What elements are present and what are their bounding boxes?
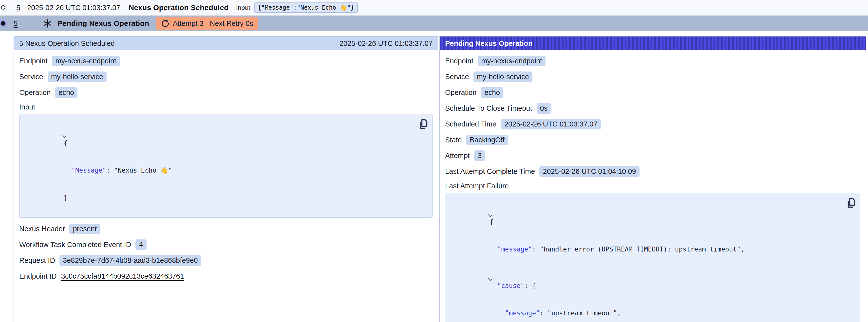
field-label: Endpoint ID [19, 272, 57, 280]
collapse-caret-icon[interactable] [449, 202, 454, 206]
collapse-caret-icon[interactable] [449, 266, 454, 270]
event-detail-card: 5 Nexus Operation Scheduled 2025-02-26 U… [13, 36, 438, 322]
json-line: } [20, 184, 412, 212]
event-id-link[interactable]: 5 [16, 4, 20, 12]
field-endpoint: Endpoint my-nexus-endpoint [445, 56, 860, 66]
json-line: "Message": "Nexus Echo 👋" [20, 157, 412, 184]
event-title: Nexus Operation Scheduled [128, 3, 228, 12]
collapse-caret-icon[interactable] [23, 123, 28, 127]
json-line: { [20, 120, 412, 157]
field-operation: Operation echo [19, 87, 433, 98]
field-request-id: Request ID 3e829b7e-7d67-4b08-aad3-b1e86… [19, 255, 433, 266]
event-input-label: Input [236, 4, 250, 11]
field-value-badge: present [69, 224, 100, 234]
field-value-badge: 2025-02-26 UTC 01:03:37.07 [501, 119, 601, 129]
field-value-badge: echo [481, 87, 503, 98]
field-value-badge: 2025-02-26 UTC 01:04:10.09 [539, 166, 639, 177]
field-nexus-header: Nexus Header present [19, 224, 433, 234]
copy-icon[interactable] [417, 118, 428, 130]
json-line: "cause": { [445, 263, 840, 299]
timeline-open-circle-icon [1, 5, 5, 10]
field-label: Operation [445, 89, 476, 97]
endpoint-id-link[interactable]: 3c0c75ccfa8144b092c13ce632463761 [61, 272, 184, 280]
json-line: "message": "upstream timeout", [445, 299, 840, 322]
field-scheduled-time: Scheduled Time 2025-02-26 UTC 01:03:37.0… [445, 119, 860, 129]
field-label: Request ID [19, 256, 55, 264]
field-schedule-to-close-timeout: Schedule To Close Timeout 0s [445, 103, 860, 114]
field-value-badge: BackingOff [466, 135, 508, 145]
input-section-label: Input [19, 103, 433, 111]
field-label: Service [445, 73, 469, 81]
input-json-block: { "Message": "Nexus Echo 👋" } [19, 114, 433, 218]
field-value-badge: my-nexus-endpoint [52, 56, 120, 66]
event-detail-header: 5 Nexus Operation Scheduled 2025-02-26 U… [14, 36, 438, 50]
pending-operation-card: Pending Nexus Operation Endpoint my-nexu… [439, 36, 866, 322]
field-label: Workflow Task Completed Event ID [19, 240, 131, 249]
copy-icon[interactable] [845, 197, 856, 208]
field-label: Schedule To Close Timeout [445, 104, 532, 112]
retry-badge-text: Attempt 3 · Next Retry 0s [173, 20, 253, 28]
field-attempt: Attempt 3 [445, 151, 860, 161]
failure-section-label: Last Attempt Failure [445, 182, 860, 190]
field-label: Last Attempt Complete Time [445, 167, 535, 175]
pending-operation-header: Pending Nexus Operation [440, 36, 866, 50]
field-value-badge: my-hello-service [473, 71, 532, 82]
event-input-preview-chip[interactable]: {"Message":"Nexus Echo 👋"} [254, 2, 358, 13]
event-detail-header-timestamp: 2025-02-26 UTC 01:03:37.07 [340, 39, 433, 47]
retry-icon [161, 19, 169, 28]
field-operation: Operation echo [445, 87, 860, 98]
pending-operation-header-title: Pending Nexus Operation [445, 39, 533, 47]
field-workflow-task-completed-event-id: Workflow Task Completed Event ID 4 [19, 239, 433, 250]
field-value-badge: 0s [537, 103, 551, 114]
field-last-attempt-complete-time: Last Attempt Complete Time 2025-02-26 UT… [445, 166, 860, 177]
field-value-badge: my-hello-service [48, 71, 106, 82]
field-endpoint-id: Endpoint ID 3c0c75ccfa8144b092c13ce63246… [19, 271, 433, 282]
field-endpoint: Endpoint my-nexus-endpoint [19, 56, 433, 66]
failure-json-block: { "message": "handler error (UPSTREAM_TI… [445, 193, 860, 322]
timeline-filled-circle-icon [1, 21, 5, 26]
pending-title: Pending Nexus Operation [58, 19, 149, 28]
field-label: Nexus Header [19, 225, 65, 233]
field-service: Service my-hello-service [19, 71, 433, 82]
field-label: Endpoint [19, 57, 48, 65]
json-line: "message": "handler error (UPSTREAM_TIME… [445, 236, 840, 263]
field-value-badge: 4 [135, 239, 146, 250]
field-value-badge: my-nexus-endpoint [478, 56, 546, 66]
json-line: { [445, 199, 840, 236]
field-value-badge: 3 [474, 151, 485, 161]
pending-asterisk-icon [43, 19, 52, 28]
pending-id-link[interactable]: 5 [13, 20, 18, 28]
field-state: State BackingOff [445, 135, 860, 145]
field-service: Service my-hello-service [445, 71, 860, 82]
field-value-badge: echo [55, 87, 78, 98]
field-label: Operation [19, 89, 51, 97]
field-label: Scheduled Time [445, 120, 496, 128]
pending-operation-row[interactable]: 5 Pending Nexus Operation Attempt 3 · Ne… [0, 15, 868, 31]
event-detail-header-title: 5 Nexus Operation Scheduled [19, 39, 115, 47]
field-label: State [445, 136, 462, 144]
field-label: Service [19, 73, 43, 81]
field-label: Attempt [445, 152, 470, 160]
event-timestamp: 2025-02-26 UTC 01:03:37.07 [27, 4, 120, 12]
field-label: Endpoint [445, 57, 473, 65]
field-value-badge: 3e829b7e-7d67-4b08-aad3-b1e868bfe9e0 [59, 255, 202, 266]
retry-status-badge: Attempt 3 · Next Retry 0s [156, 17, 258, 30]
event-row-scheduled[interactable]: 5 2025-02-26 UTC 01:03:37.07 Nexus Opera… [0, 0, 868, 15]
